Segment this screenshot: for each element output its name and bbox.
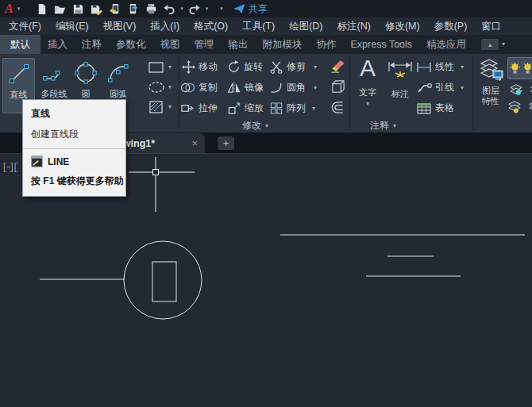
rectangle-tool-button[interactable]: ▾ bbox=[148, 60, 172, 75]
save-web-mobile-button[interactable] bbox=[125, 2, 140, 16]
save-button[interactable] bbox=[71, 2, 85, 16]
new-drawing-tab-button[interactable]: + bbox=[218, 136, 234, 150]
ellipse-tool-button[interactable]: ▾ bbox=[148, 80, 172, 94]
command-icon bbox=[31, 156, 43, 167]
redo-history-caret-icon[interactable]: ▾ bbox=[206, 6, 209, 12]
move-tool-button[interactable]: 移动 bbox=[182, 60, 218, 74]
dimension-tool-button[interactable]: 标注 bbox=[384, 58, 416, 100]
undo-history-caret-icon[interactable]: ▾ bbox=[180, 6, 183, 12]
rectangle-caret-icon[interactable]: ▾ bbox=[168, 64, 172, 71]
plus-icon: + bbox=[223, 137, 229, 149]
menu-draw[interactable]: 绘图(D) bbox=[282, 17, 330, 35]
erase-tool-button[interactable] bbox=[330, 59, 345, 74]
app-logo-icon[interactable]: A bbox=[5, 2, 13, 16]
table-button[interactable]: 表格 bbox=[416, 102, 454, 115]
open-web-mobile-button[interactable] bbox=[107, 2, 121, 16]
ellipse-caret-icon[interactable]: ▾ bbox=[168, 84, 172, 90]
hatch-tool-button[interactable]: ▾ bbox=[148, 100, 172, 114]
leader-button[interactable]: 引线 ▾ bbox=[416, 81, 464, 94]
panel-separator bbox=[472, 56, 473, 130]
hatch-caret-icon[interactable]: ▾ bbox=[168, 104, 172, 110]
open-file-button[interactable] bbox=[52, 2, 67, 16]
layer-freeze-icon bbox=[509, 83, 523, 97]
leader-icon bbox=[416, 82, 432, 94]
tooltip-description: 创建直线段 bbox=[31, 128, 118, 141]
menu-insert[interactable]: 插入(I) bbox=[143, 17, 187, 35]
layer-onoff-button[interactable] bbox=[507, 57, 532, 79]
viewport-controls[interactable]: [-][ bbox=[3, 161, 17, 172]
ribbon-tab-annotate[interactable]: 注释 bbox=[75, 35, 109, 54]
trim-scissors-icon bbox=[269, 60, 283, 74]
layer-bulb-icon bbox=[528, 100, 532, 114]
menu-tools[interactable]: 工具(T) bbox=[235, 17, 282, 35]
ribbon-tab-collaborate[interactable]: 协作 bbox=[310, 35, 344, 54]
annotate-panel-caption[interactable]: 注释 ▾ bbox=[370, 119, 396, 132]
save-as-icon bbox=[91, 3, 102, 15]
menu-file[interactable]: 文件(F) bbox=[2, 17, 48, 35]
text-tool-button[interactable]: A 文字 ▾ bbox=[353, 56, 382, 107]
share-button[interactable]: 共享 bbox=[233, 2, 268, 16]
app-menu-caret-icon[interactable]: ▾ bbox=[17, 6, 21, 12]
offset-tool-button[interactable] bbox=[330, 100, 346, 115]
trim-tool-button[interactable]: 修剪 ▾ bbox=[269, 60, 317, 74]
menu-dimension[interactable]: 标注(N) bbox=[330, 17, 378, 35]
ribbon-tab-parametric[interactable]: 参数化 bbox=[109, 35, 153, 54]
ribbon-tab-view[interactable]: 视图 bbox=[153, 35, 187, 54]
linear-caret-icon[interactable]: ▾ bbox=[461, 64, 464, 71]
mirror-tool-button[interactable]: 镜像 bbox=[227, 81, 264, 94]
save-as-button[interactable] bbox=[89, 2, 103, 16]
table-icon bbox=[416, 102, 432, 115]
ribbon-tab-bar: 默认 插入 注释 参数化 视图 管理 输出 附加模块 协作 Express To… bbox=[0, 35, 532, 54]
circle-tool-button[interactable]: 圆 bbox=[71, 58, 100, 100]
offset-icon bbox=[330, 100, 346, 115]
redo-button[interactable] bbox=[187, 2, 202, 16]
rotate-tool-button[interactable]: 旋转 bbox=[227, 60, 263, 74]
array-caret-icon[interactable]: ▾ bbox=[312, 106, 315, 112]
ribbon-tab-insert[interactable]: 插入 bbox=[40, 35, 75, 54]
menu-parametric[interactable]: 参数(P) bbox=[427, 17, 475, 35]
scale-tool-button[interactable]: 缩放 bbox=[227, 102, 264, 115]
leader-caret-icon[interactable]: ▾ bbox=[461, 85, 464, 91]
qat-customize-caret-icon[interactable]: ▾ bbox=[220, 6, 223, 12]
line-icon bbox=[8, 62, 30, 86]
new-file-button[interactable] bbox=[34, 2, 48, 16]
explode-tool-button[interactable] bbox=[330, 79, 345, 94]
printer-icon bbox=[145, 3, 157, 15]
layer-freeze-button[interactable] bbox=[509, 83, 532, 97]
menu-view[interactable]: 视图(V) bbox=[96, 17, 144, 35]
ribbon-collapse-button[interactable]: ▲ ▾ bbox=[481, 35, 505, 54]
ribbon-tab-featured-apps[interactable]: 精选应用 bbox=[419, 35, 473, 54]
array-tool-button[interactable]: 阵列 ▾ bbox=[269, 102, 315, 115]
linear-dim-button[interactable]: 线性 ▾ bbox=[416, 60, 464, 74]
menu-modify[interactable]: 修改(M) bbox=[378, 17, 427, 35]
leader-label: 引线 bbox=[435, 81, 454, 94]
layer-properties-button[interactable]: 图层 特性 bbox=[475, 57, 507, 106]
plot-button[interactable] bbox=[144, 2, 158, 16]
arc-tool-label: 圆弧 bbox=[110, 88, 127, 100]
move-icon bbox=[182, 60, 195, 74]
ribbon-tab-manage[interactable]: 管理 bbox=[187, 35, 222, 54]
undo-button[interactable] bbox=[162, 2, 176, 16]
menu-format[interactable]: 格式(O) bbox=[187, 17, 235, 35]
modify-panel-caption[interactable]: 修改 ▾ bbox=[242, 119, 268, 132]
layer-isolate-button[interactable] bbox=[507, 100, 532, 114]
text-label: 文字 bbox=[359, 86, 376, 98]
text-caret-icon[interactable]: ▾ bbox=[366, 101, 369, 107]
fillet-caret-icon[interactable]: ▾ bbox=[314, 85, 317, 91]
stretch-tool-button[interactable]: 拉伸 bbox=[180, 102, 218, 115]
ribbon-tab-addins[interactable]: 附加模块 bbox=[256, 35, 310, 54]
arc-tool-button[interactable]: 圆弧 bbox=[101, 58, 136, 100]
copy-tool-button[interactable]: 复制 bbox=[180, 81, 218, 94]
menu-edit[interactable]: 编辑(E) bbox=[48, 17, 96, 35]
trim-caret-icon[interactable]: ▾ bbox=[314, 64, 317, 71]
share-label: 共享 bbox=[249, 2, 268, 16]
ribbon-tab-output[interactable]: 输出 bbox=[222, 35, 256, 54]
menu-window[interactable]: 窗口 bbox=[474, 17, 508, 35]
close-tab-icon[interactable]: × bbox=[191, 137, 198, 149]
ribbon-tab-express-tools[interactable]: Express Tools bbox=[344, 35, 420, 54]
modify-panel-caret-icon: ▾ bbox=[265, 123, 268, 129]
ribbon-tab-home[interactable]: 默认 bbox=[0, 35, 40, 54]
fillet-tool-button[interactable]: 圆角 ▾ bbox=[269, 81, 317, 94]
polyline-tool-button[interactable]: 多段线 bbox=[37, 58, 71, 100]
text-icon: A bbox=[360, 56, 376, 81]
